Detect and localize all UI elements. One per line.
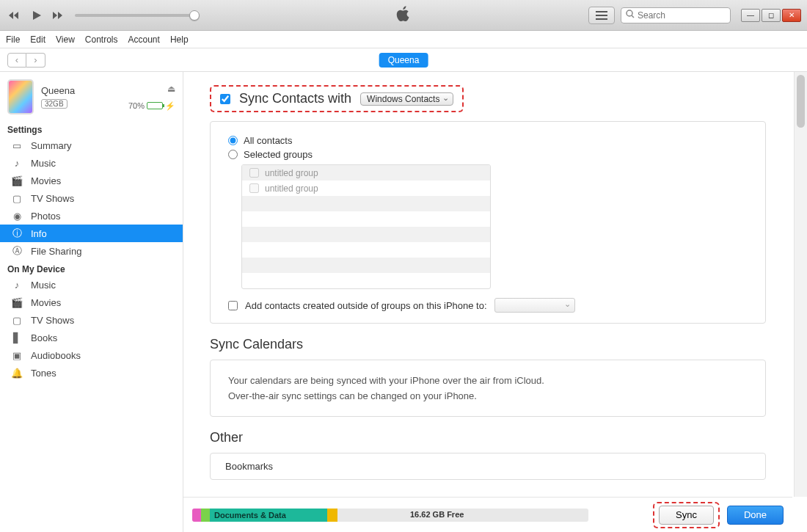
- menubar: File Edit View Controls Account Help: [0, 31, 807, 48]
- outside-label: Add contacts created outside of groups o…: [245, 300, 487, 311]
- menu-account[interactable]: Account: [128, 34, 160, 45]
- nav-forward-button[interactable]: ›: [26, 53, 45, 68]
- capacity-badge: 32GB: [41, 99, 67, 109]
- maximize-button[interactable]: ◻: [762, 9, 781, 22]
- device-pill[interactable]: Queena: [379, 53, 428, 68]
- sidebar-item-label: Music: [31, 158, 56, 169]
- sidebar-item-label: Photos: [31, 211, 60, 222]
- device-name: Queena: [41, 85, 121, 96]
- sidebar-settings-header: Settings: [0, 120, 183, 136]
- sidebar-device-tones[interactable]: 🔔Tones: [0, 364, 183, 382]
- battery-percent: 70%: [128, 101, 145, 110]
- sidebar-device-tvshows[interactable]: ▢TV Shows: [0, 311, 183, 329]
- apple-logo-icon: [396, 6, 411, 24]
- sidebar-item-label: TV Shows: [31, 193, 74, 204]
- all-contacts-radio[interactable]: All contacts: [228, 135, 748, 146]
- sidebar-item-music[interactable]: ♪Music: [0, 154, 183, 172]
- group-row[interactable]: untitled group: [242, 181, 490, 196]
- search-icon: [626, 10, 635, 21]
- sidebar-item-label: Music: [31, 280, 56, 291]
- nav-back-button[interactable]: ‹: [7, 53, 26, 68]
- scrollbar[interactable]: [794, 72, 807, 497]
- free-space-label: 16.62 GB Free: [410, 510, 464, 519]
- group-label: untitled group: [265, 168, 318, 178]
- sidebar-item-label: Info: [31, 228, 47, 239]
- calendars-line2: Over-the-air sync settings can be change…: [228, 390, 748, 401]
- nav-row: ‹ › Queena: [0, 48, 807, 72]
- add-outside-checkbox[interactable]: [228, 301, 238, 310]
- close-button[interactable]: ✕: [782, 9, 801, 22]
- bottom-bar: Documents & Data 16.62 GB Free Sync Done: [183, 497, 792, 532]
- sidebar-item-tvshows[interactable]: ▢TV Shows: [0, 189, 183, 207]
- contacts-provider-select[interactable]: Windows Contacts: [360, 92, 453, 106]
- sidebar-item-label: Books: [31, 332, 57, 343]
- battery-icon: [147, 102, 163, 109]
- sidebar-item-photos[interactable]: ◉Photos: [0, 207, 183, 225]
- sidebar-item-label: Audiobooks: [31, 350, 81, 361]
- search-input[interactable]: [638, 10, 726, 21]
- sidebar-item-label: Tones: [31, 368, 56, 379]
- group-row[interactable]: untitled group: [242, 165, 490, 181]
- info-icon: ⓘ: [10, 228, 23, 238]
- menu-controls[interactable]: Controls: [85, 34, 118, 45]
- sidebar-item-label: Summary: [31, 140, 72, 151]
- toolbar: — ◻ ✕: [0, 0, 807, 31]
- play-button[interactable]: [28, 8, 45, 23]
- menu-help[interactable]: Help: [170, 34, 189, 45]
- done-button[interactable]: Done: [727, 506, 784, 525]
- sidebar-item-label: TV Shows: [31, 315, 74, 326]
- bookmarks-row: Bookmarks: [210, 453, 766, 480]
- sidebar-item-info[interactable]: ⓘInfo: [0, 225, 183, 242]
- minimize-button[interactable]: —: [741, 9, 760, 22]
- outside-group-select[interactable]: [494, 298, 575, 313]
- docs-segment: Documents & Data: [210, 509, 327, 522]
- sync-contacts-title: Sync Contacts with: [239, 91, 351, 106]
- radio-label: Selected groups: [244, 149, 313, 160]
- search-field[interactable]: [621, 7, 731, 23]
- sidebar-item-summary[interactable]: ▭Summary: [0, 136, 183, 154]
- sidebar-device-music[interactable]: ♪Music: [0, 276, 183, 294]
- menu-edit[interactable]: Edit: [30, 34, 45, 45]
- other-title: Other: [210, 430, 766, 445]
- sidebar-device-books[interactable]: ▋Books: [0, 329, 183, 346]
- group-label: untitled group: [265, 183, 318, 194]
- sync-button[interactable]: Sync: [659, 506, 714, 525]
- sidebar-device-header: On My Device: [0, 260, 183, 276]
- charging-icon: ⚡: [165, 101, 175, 111]
- add-outside-contacts-row[interactable]: Add contacts created outside of groups o…: [228, 298, 748, 313]
- movies-icon: 🎬: [10, 175, 23, 186]
- scroll-thumb[interactable]: [797, 75, 805, 128]
- tv-icon: ▢: [10, 315, 23, 325]
- selected-groups-radio[interactable]: Selected groups: [228, 149, 748, 160]
- list-view-button[interactable]: [588, 7, 615, 24]
- content-pane: Sync Contacts with Windows Contacts All …: [183, 72, 807, 532]
- sidebar-device-movies[interactable]: 🎬Movies: [0, 294, 183, 311]
- menu-view[interactable]: View: [56, 34, 75, 45]
- music-icon: ♪: [10, 158, 23, 168]
- device-thumbnail-icon: [7, 79, 34, 114]
- storage-usage-bar: Documents & Data 16.62 GB Free: [192, 509, 588, 522]
- contacts-panel: All contacts Selected groups untitled gr…: [210, 121, 766, 324]
- sidebar-item-filesharing[interactable]: ⒶFile Sharing: [0, 242, 183, 260]
- photos-icon: ◉: [10, 211, 23, 221]
- sidebar-item-movies[interactable]: 🎬Movies: [0, 172, 183, 189]
- sidebar-item-label: Movies: [31, 297, 61, 308]
- sidebar-item-label: Movies: [31, 175, 61, 186]
- calendars-panel: Your calendars are being synced with you…: [210, 360, 766, 417]
- device-header[interactable]: Queena 32GB ⏏ 70% ⚡: [0, 76, 183, 120]
- sidebar: Queena 32GB ⏏ 70% ⚡ Settings ▭Summary ♪M…: [0, 72, 183, 532]
- calendars-line1: Your calendars are being synced with you…: [228, 375, 748, 386]
- svg-point-0: [627, 10, 632, 16]
- eject-icon[interactable]: ⏏: [167, 84, 175, 94]
- volume-slider[interactable]: [75, 14, 200, 17]
- radio-label: All contacts: [244, 135, 292, 146]
- filesharing-icon: Ⓐ: [10, 246, 23, 256]
- summary-icon: ▭: [10, 140, 23, 150]
- next-button[interactable]: [50, 8, 67, 23]
- sidebar-device-audiobooks[interactable]: ▣Audiobooks: [0, 346, 183, 364]
- previous-button[interactable]: [6, 8, 23, 23]
- audiobooks-icon: ▣: [10, 350, 23, 360]
- sync-contacts-checkbox[interactable]: [220, 94, 230, 104]
- menu-file[interactable]: File: [6, 34, 20, 45]
- groups-list: untitled group untitled group: [241, 164, 491, 289]
